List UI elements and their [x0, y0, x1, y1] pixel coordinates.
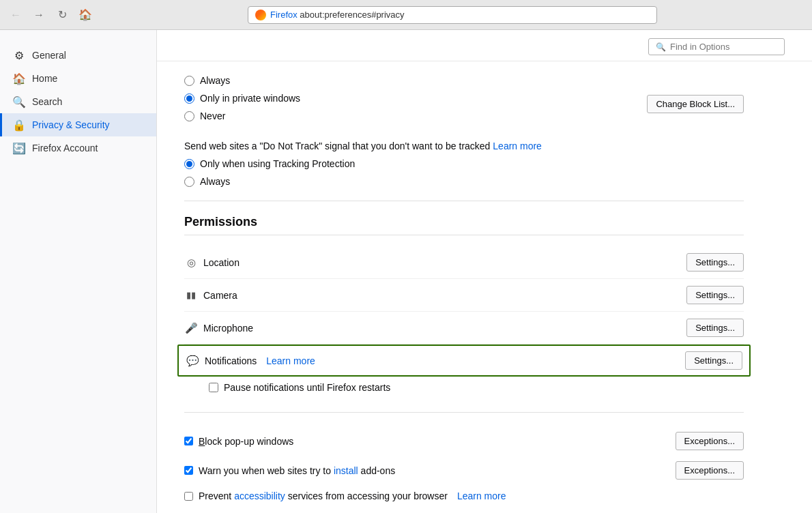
radio-private[interactable] [184, 93, 194, 104]
sidebar-item-account-label: Firefox Account [32, 143, 98, 153]
sidebar-item-home-label: Home [32, 73, 57, 84]
permissions-camera-row: ▮▮ Camera Settings... [184, 279, 744, 312]
change-block-list-button[interactable]: Change Block List... [647, 95, 744, 113]
tracking-radio-never: Never [184, 111, 300, 121]
radio-dnt-always[interactable] [184, 177, 194, 187]
sidebar-item-general[interactable]: ⚙ General [0, 44, 156, 67]
microphone-icon: 🎤 [184, 321, 198, 335]
firefox-logo-icon [255, 10, 266, 20]
dnt-description: Send web sites a "Do Not Track" signal t… [184, 141, 490, 151]
accessibility-row: Prevent accessibility services from acce… [184, 485, 744, 507]
sidebar-item-privacy[interactable]: 🔒 Privacy & Security [0, 113, 156, 136]
pause-notifications-row: Pause notifications until Firefox restar… [184, 377, 744, 398]
address-path: about:preferences#privacy [300, 10, 404, 20]
notifications-icon: 💬 [186, 354, 199, 368]
radio-always[interactable] [184, 76, 194, 86]
notifications-label: 💬 Notifications Learn more [186, 354, 315, 368]
permissions-notifications-row: 💬 Notifications Learn more Settings... [177, 345, 751, 377]
sidebar-item-account[interactable]: 🔄 Firefox Account [0, 136, 156, 160]
search-icon: 🔍 [13, 96, 25, 108]
camera-label: ▮▮ Camera [184, 289, 237, 302]
sidebar: ⚙ General 🏠 Home 🔍 Search 🔒 Privacy & Se… [0, 30, 157, 513]
gear-icon: ⚙ [13, 49, 25, 61]
back-button[interactable]: ← [7, 6, 25, 24]
notifications-settings-button[interactable]: Settings... [685, 351, 742, 370]
permissions-microphone-row: 🎤 Microphone Settings... [184, 312, 744, 345]
address-bar[interactable]: Firefox about:preferences#privacy [248, 6, 657, 24]
tracking-radio-group: Always Only in private windows Never [184, 75, 300, 121]
lock-icon: 🔒 [13, 119, 25, 131]
location-label: ◎ Location [184, 256, 240, 269]
find-options-field[interactable] [670, 42, 777, 52]
radio-never-label[interactable]: Never [200, 111, 225, 121]
dnt-learn-more-link[interactable]: Learn more [493, 141, 542, 151]
location-text: Location [203, 257, 240, 268]
address-domain: Firefox [270, 10, 298, 20]
permissions-title: Permissions [184, 215, 744, 235]
radio-dnt-tracking-label[interactable]: Only when using Tracking Protection [200, 158, 355, 169]
radio-dnt-always-label[interactable]: Always [200, 176, 230, 187]
microphone-settings-button[interactable]: Settings... [686, 319, 744, 337]
camera-text: Camera [203, 290, 237, 301]
accessibility-label: Prevent accessibility services from acce… [199, 490, 448, 501]
block-popups-checkbox[interactable] [184, 437, 193, 445]
pause-notifications-checkbox[interactable] [209, 383, 218, 392]
home-button[interactable]: 🏠 [76, 6, 94, 24]
accessibility-learn-more-link[interactable]: Learn more [457, 490, 506, 501]
sidebar-item-search[interactable]: 🔍 Search [0, 90, 156, 113]
search-icon-small: 🔍 [656, 42, 666, 52]
permissions-location-row: ◎ Location Settings... [184, 246, 744, 279]
settings-content: Always Only in private windows Never Cha… [157, 61, 771, 513]
dnt-radio-tracking-protection: Only when using Tracking Protection [184, 158, 744, 169]
camera-settings-button[interactable]: Settings... [686, 286, 744, 304]
camera-icon: ▮▮ [184, 289, 198, 302]
find-bar-wrapper: 🔍 [157, 30, 812, 61]
tracking-radio-section: Always Only in private windows Never Cha… [184, 75, 744, 132]
radio-never[interactable] [184, 111, 194, 121]
warn-addons-left: Warn you when web sites try to install a… [184, 465, 395, 476]
dnt-radio-group: Only when using Tracking Protection Alwa… [184, 158, 744, 187]
sidebar-item-general-label: General [32, 50, 66, 61]
pause-notifications-label[interactable]: Pause notifications until Firefox restar… [224, 382, 390, 393]
main-layout: ⚙ General 🏠 Home 🔍 Search 🔒 Privacy & Se… [0, 30, 812, 513]
warn-addons-checkbox[interactable] [184, 466, 193, 475]
dnt-radio-always: Always [184, 176, 744, 187]
warn-addons-exceptions-button[interactable]: Exceptions... [676, 461, 744, 480]
microphone-text: Microphone [203, 323, 253, 334]
tracking-radio-always: Always [184, 75, 300, 86]
install-link: install [334, 465, 358, 476]
home-icon: 🏠 [13, 72, 25, 85]
block-popups-exceptions-button[interactable]: Exceptions... [676, 432, 744, 450]
notifications-text: Notifications [205, 355, 257, 366]
radio-private-label[interactable]: Only in private windows [200, 93, 300, 104]
sidebar-item-privacy-label: Privacy & Security [32, 119, 110, 130]
divider-2 [184, 412, 744, 413]
tracking-radio-private: Only in private windows [184, 93, 300, 104]
content-area: 🔍 Always Only in private windows [157, 30, 812, 513]
forward-button[interactable]: → [30, 6, 48, 24]
location-settings-button[interactable]: Settings... [686, 253, 744, 272]
dnt-text-section: Send web sites a "Do Not Track" signal t… [184, 141, 744, 151]
radio-dnt-tracking[interactable] [184, 159, 194, 169]
sidebar-item-search-label: Search [32, 96, 62, 107]
notifications-learn-more-link[interactable]: Learn more [266, 355, 315, 366]
accessibility-link[interactable]: accessibility [234, 490, 285, 501]
warn-addons-label: Warn you when web sites try to install a… [199, 465, 395, 476]
warn-addons-row: Warn you when web sites try to install a… [184, 456, 744, 485]
address-text: Firefox about:preferences#privacy [270, 10, 405, 20]
block-popups-row: Block pop-up windows Exceptions... [184, 426, 744, 456]
radio-always-label[interactable]: Always [200, 75, 230, 86]
block-popups-label: Block pop-up windows [199, 436, 293, 447]
block-popups-left: Block pop-up windows [184, 436, 293, 447]
block-popups-underline: B [199, 436, 205, 447]
reload-button[interactable]: ↻ [53, 6, 71, 24]
permissions-section: Permissions ◎ Location Settings... ▮▮ Ca… [184, 215, 744, 507]
sidebar-item-home[interactable]: 🏠 Home [0, 67, 156, 90]
accessibility-checkbox[interactable] [184, 492, 193, 501]
location-icon: ◎ [184, 256, 198, 269]
sync-icon: 🔄 [13, 142, 25, 154]
find-in-options-input[interactable]: 🔍 [648, 38, 785, 55]
divider-1 [184, 201, 744, 201]
browser-chrome: ← → ↻ 🏠 Firefox about:preferences#privac… [0, 0, 812, 30]
accessibility-left: Prevent accessibility services from acce… [184, 490, 506, 501]
